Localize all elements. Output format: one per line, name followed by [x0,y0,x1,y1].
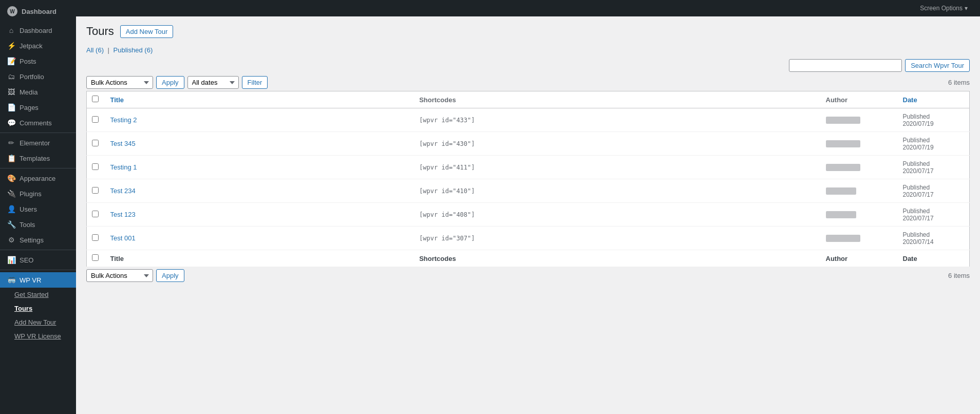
row-author-cell: ▓▓▓▓▓▓▓1 [821,227,898,250]
sidebar-logo-label: Dashboard [22,8,56,15]
row-author-cell: b▓▓▓▓▓▓▓ [821,156,898,179]
row-title-link[interactable]: Test 123 [110,211,136,218]
col-header-checkbox [87,91,105,108]
row-shortcode: [wpvr id="307"] [419,235,475,242]
screen-options-chevron-icon: ▾ [965,5,968,12]
sidebar-item-label: Tools [20,221,35,229]
sidebar-item-posts[interactable]: 📝 Posts [0,53,76,69]
sidebar-item-portfolio[interactable]: 🗂 Portfolio [0,69,76,84]
sidebar-item-wpvr[interactable]: 🥽 WP VR [0,272,76,288]
row-shortcode-cell: [wpvr id="307"] [414,227,820,250]
row-date: 2020/07/17 [903,215,965,222]
sidebar-item-label: Settings [20,236,44,244]
table-footer-row: Title Shortcodes Author Date [87,250,970,267]
submenu-wp-vr-license[interactable]: WP VR License [0,329,76,343]
row-title-link[interactable]: Testing 1 [110,163,137,171]
bulk-actions-select-bottom[interactable]: Bulk Actions Edit Move to Trash [86,269,153,282]
sidebar-item-templates[interactable]: 📋 Templates [0,150,76,166]
row-checkbox[interactable] [92,211,99,217]
sidebar-item-appearance[interactable]: 🎨 Appearance [0,171,76,186]
col-header-title[interactable]: Title [105,91,414,108]
filter-links: All (6) | Published (6) [86,46,970,54]
sidebar-item-comments[interactable]: 💬 Comments [0,115,76,130]
date-filter-select[interactable]: All dates [187,76,239,89]
row-date-cell: Published 2020/07/19 [898,132,970,156]
row-title-link[interactable]: Testing 2 [110,116,137,124]
bulk-actions-select[interactable]: Bulk Actions Edit Move to Trash [86,76,153,89]
bottom-action-bar: Bulk Actions Edit Move to Trash Apply 6 … [86,269,970,282]
row-checkbox[interactable] [92,140,99,146]
row-title-cell: Test 123 [105,203,414,227]
row-shortcode: [wpvr id="410"] [419,187,475,195]
row-checkbox[interactable] [92,234,99,241]
row-title-link[interactable]: Test 345 [110,140,136,147]
row-title-link[interactable]: Test 001 [110,234,136,242]
row-shortcode: [wpvr id="433"] [419,117,475,124]
row-checkbox[interactable] [92,163,99,170]
search-input[interactable] [789,59,902,72]
sidebar-item-label: Media [20,88,37,96]
page-title: Tours [86,25,114,38]
select-all-checkbox[interactable] [92,96,99,102]
row-title-link[interactable]: Test 234 [110,187,136,195]
select-all-footer-checkbox[interactable] [92,254,99,261]
row-checkbox[interactable] [92,116,99,123]
filter-all-link[interactable]: All (6) [86,46,106,54]
row-date: 2020/07/17 [903,191,965,198]
col-footer-date[interactable]: Date [898,250,970,267]
row-title-cell: Testing 2 [105,108,414,132]
table-header-row: Title Shortcodes Author Date [87,91,970,108]
pages-icon: 📄 [7,103,15,111]
row-checkbox[interactable] [92,187,99,194]
sidebar-item-elementor[interactable]: ✏ Elementor [0,135,76,150]
col-header-shortcodes: Shortcodes [414,91,820,108]
apply-button-top[interactable]: Apply [156,76,184,89]
submenu-add-new-tour[interactable]: Add New Tour [0,315,76,329]
screen-options-button[interactable]: Screen Options ▾ [916,3,972,14]
filter-separator: | [108,46,111,54]
sidebar-item-dashboard[interactable]: ⌂ Dashboard [0,23,76,38]
sidebar-item-tools[interactable]: 🔧 Tools [0,217,76,232]
sidebar-item-label: Users [20,205,37,213]
row-date: 2020/07/19 [903,144,965,151]
sidebar-separator-2 [0,168,76,168]
filter-button[interactable]: Filter [242,76,268,89]
tools-icon: 🔧 [7,220,15,229]
comments-icon: 💬 [7,119,15,127]
appearance-icon: 🎨 [7,174,15,182]
sidebar-item-plugins[interactable]: 🔌 Plugins [0,186,76,201]
sidebar-item-label: Appearance [20,175,55,182]
wpvr-submenu: Get Started Tours Add New Tour WP VR Lic… [0,288,76,343]
sidebar-item-media[interactable]: 🖼 Media [0,84,76,100]
templates-icon: 📋 [7,154,15,162]
table-row: Test 123 [wpvr id="408"] b▓▓▓▓▓▓ Publish… [87,203,970,227]
sidebar-logo[interactable]: W Dashboard [0,0,76,23]
sidebar-item-jetpack[interactable]: ⚡ Jetpack [0,38,76,53]
items-count-top: 6 items [948,79,970,86]
row-shortcode-cell: [wpvr id="433"] [414,108,820,132]
sidebar-item-label: SEO [20,256,33,264]
sidebar-item-seo[interactable]: 📊 SEO [0,252,76,268]
submenu-tours[interactable]: Tours [0,302,76,315]
row-shortcode-cell: [wpvr id="430"] [414,132,820,156]
row-title-cell: Test 345 [105,132,414,156]
sidebar-item-label: Templates [20,155,50,162]
sidebar-item-users[interactable]: 👤 Users [0,201,76,217]
col-header-date[interactable]: Date [898,91,970,108]
col-footer-title[interactable]: Title [105,250,414,267]
seo-icon: 📊 [7,256,15,264]
row-shortcode: [wpvr id="408"] [419,211,475,218]
filter-published-link[interactable]: Published (6) [114,46,153,54]
search-button[interactable]: Search Wpvr Tour [905,59,970,72]
add-new-tour-button[interactable]: Add New Tour [120,25,173,38]
row-date-cell: Published 2020/07/19 [898,108,970,132]
sidebar-item-settings[interactable]: ⚙ Settings [0,232,76,248]
sidebar-item-label: Comments [20,119,52,127]
sidebar-item-label: Pages [20,104,39,111]
apply-button-bottom[interactable]: Apply [156,269,184,282]
row-date-cell: Published 2020/07/14 [898,227,970,250]
sidebar-item-pages[interactable]: 📄 Pages [0,100,76,115]
table-row: Test 345 [wpvr id="430"] b▓▓▓▓▓▓▓ Publis… [87,132,970,156]
submenu-get-started[interactable]: Get Started [0,288,76,302]
row-date: 2020/07/17 [903,167,965,175]
